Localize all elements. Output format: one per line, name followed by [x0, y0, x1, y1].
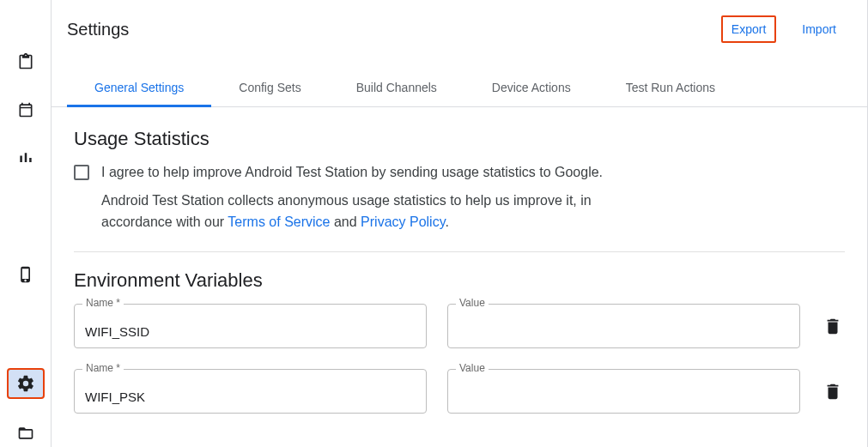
sidebar-item-settings[interactable]	[7, 368, 45, 399]
trash-icon	[823, 317, 842, 335]
usage-text: I agree to help improve Android Test Sta…	[101, 162, 651, 233]
env-name-input[interactable]	[74, 369, 427, 414]
header: Settings Export Import	[52, 0, 867, 50]
import-button[interactable]: Import	[793, 17, 845, 41]
bar-chart-icon	[17, 149, 34, 166]
env-name-label: Name *	[82, 297, 124, 309]
tos-link[interactable]: Terms of Service	[228, 214, 330, 229]
folder-icon	[17, 425, 34, 442]
sidebar-item-device[interactable]	[9, 261, 43, 288]
usage-agree-text: I agree to help improve Android Test Sta…	[101, 162, 651, 184]
tabs: General Settings Config Sets Build Chann…	[52, 70, 867, 107]
header-actions: Export Import	[721, 15, 845, 43]
divider	[74, 251, 845, 252]
phone-icon	[17, 266, 34, 283]
gear-icon	[16, 374, 35, 393]
tab-test-run-actions[interactable]: Test Run Actions	[598, 70, 743, 106]
env-name-field: Name *	[74, 304, 427, 348]
env-value-input[interactable]	[447, 304, 800, 348]
page-title: Settings	[67, 20, 129, 39]
env-name-label: Name *	[82, 362, 124, 374]
content: Usage Statistics I agree to help improve…	[52, 107, 867, 414]
sidebar-item-clipboard[interactable]	[9, 48, 43, 76]
sidebar-item-calendar[interactable]	[9, 96, 43, 124]
env-value-label: Value	[456, 362, 489, 374]
sidebar	[0, 0, 52, 447]
tab-config-sets[interactable]: Config Sets	[211, 70, 328, 106]
env-name-field: Name *	[74, 369, 427, 414]
delete-row-button[interactable]	[821, 379, 845, 403]
clipboard-icon	[17, 53, 34, 70]
calendar-icon	[17, 101, 34, 118]
trash-icon	[823, 382, 842, 401]
usage-section-title: Usage Statistics	[74, 128, 845, 150]
usage-row: I agree to help improve Android Test Sta…	[74, 162, 845, 233]
tab-general-settings[interactable]: General Settings	[67, 70, 211, 106]
usage-and: and	[330, 214, 361, 229]
env-value-input[interactable]	[447, 369, 800, 414]
export-button[interactable]: Export	[721, 15, 776, 43]
main-content: Settings Export Import General Settings …	[52, 0, 868, 447]
env-row: Name * Value	[74, 369, 845, 414]
env-row: Name * Value	[74, 304, 845, 348]
env-value-field: Value	[447, 369, 800, 414]
tab-device-actions[interactable]: Device Actions	[464, 70, 598, 106]
usage-period: .	[445, 214, 448, 229]
privacy-link[interactable]: Privacy Policy	[361, 214, 445, 229]
sidebar-item-folder[interactable]	[9, 420, 43, 447]
usage-sub-text: Android Test Station collects anonymous …	[101, 190, 651, 233]
env-value-label: Value	[456, 297, 489, 309]
tab-build-channels[interactable]: Build Channels	[329, 70, 464, 106]
usage-checkbox[interactable]	[74, 165, 89, 180]
delete-row-button[interactable]	[821, 314, 845, 338]
sidebar-item-analytics[interactable]	[9, 144, 43, 172]
env-name-input[interactable]	[74, 304, 427, 348]
env-value-field: Value	[447, 304, 800, 348]
env-section-title: Environment Variables	[74, 269, 845, 292]
